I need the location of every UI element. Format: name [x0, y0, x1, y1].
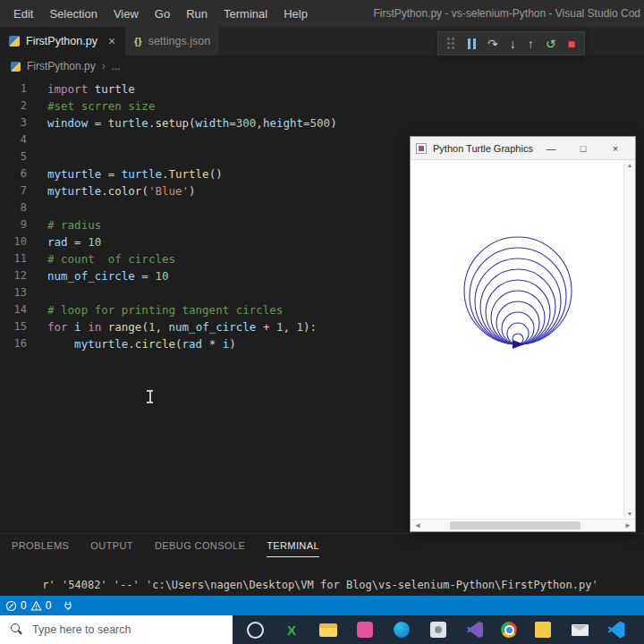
scroll-down-icon[interactable]: ▼	[627, 511, 633, 517]
line-number: 12	[0, 267, 27, 284]
scroll-up-icon[interactable]: ▲	[627, 162, 633, 168]
line-number: 4	[0, 131, 27, 148]
code-text: # count of circles	[47, 250, 175, 267]
line-number: 13	[0, 284, 27, 301]
code-text: myturtle.color('Blue')	[47, 182, 196, 199]
error-icon	[5, 600, 17, 612]
code-line-1[interactable]: 1import turtle	[0, 80, 644, 97]
excel-icon[interactable]: X	[281, 619, 302, 640]
turtle-horizontal-scrollbar[interactable]: ◄ ►	[411, 519, 635, 531]
edge-icon[interactable]	[391, 619, 412, 640]
error-count: 0	[21, 599, 27, 612]
code-text: for i in range(1, num_of_circle + 1, 1):	[47, 318, 317, 335]
stop-button[interactable]: ■	[567, 38, 574, 50]
python-file-icon	[11, 62, 21, 72]
panel-tab-output[interactable]: OUTPUT	[90, 534, 133, 557]
step-into-button[interactable]: ↓	[510, 38, 516, 50]
turtle-window-controls: —□×	[546, 143, 630, 154]
cortana-icon[interactable]	[244, 619, 266, 640]
restart-button[interactable]: ↺	[546, 38, 556, 50]
line-number: 8	[0, 199, 27, 216]
taskbar-search[interactable]	[0, 615, 233, 644]
line-number: 5	[0, 148, 27, 165]
turtle-vertical-scrollbar[interactable]: ▲ ▼	[623, 160, 635, 519]
tab-strip: FirstPython.py×{}settings.json	[0, 27, 220, 55]
menu-edit[interactable]: Edit	[5, 7, 41, 21]
close-button[interactable]: ×	[610, 143, 621, 154]
line-number: 15	[0, 318, 27, 335]
bottom-panel: PROBLEMSOUTPUTDEBUG CONSOLETERMINAL r' '…	[0, 533, 644, 596]
menu-bar: EditSelectionViewGoRunTerminalHelp	[5, 7, 316, 21]
visual-studio-icon[interactable]	[464, 619, 486, 640]
line-number: 6	[0, 165, 27, 182]
taskbar-search-input[interactable]	[0, 615, 233, 644]
menu-selection[interactable]: Selection	[41, 7, 105, 21]
code-text: # radius	[47, 216, 101, 233]
restart-icon: ↺	[546, 38, 556, 50]
turtle-window-title: Python Turtle Graphics	[433, 143, 533, 154]
close-icon[interactable]: ×	[108, 34, 115, 48]
tab-label: settings.json	[148, 35, 210, 47]
code-text: myturtle.circle(rad * i)	[47, 335, 236, 352]
menu-go[interactable]: Go	[147, 7, 178, 21]
step-over-button[interactable]: ↷	[487, 38, 498, 50]
line-number: 7	[0, 182, 27, 199]
menu-run[interactable]: Run	[178, 7, 216, 21]
file-explorer-icon[interactable]	[318, 619, 339, 640]
turtle-canvas-area: ▲ ▼	[411, 160, 635, 519]
turtle-window-titlebar[interactable]: Python Turtle Graphics —□×	[411, 137, 635, 160]
step-over-icon: ↷	[487, 38, 498, 50]
breadcrumb-more[interactable]: ...	[112, 60, 121, 72]
sticky-notes-icon[interactable]	[532, 619, 554, 640]
breadcrumb-separator-icon: ›	[102, 60, 106, 72]
code-text: #set scrren size	[47, 97, 155, 114]
code-text: import turtle	[47, 80, 135, 97]
code-text: myturtle = turtle.Turtle()	[47, 165, 223, 182]
python-file-icon	[9, 36, 20, 47]
line-number: 9	[0, 216, 27, 233]
json-file-icon: {}	[134, 36, 142, 47]
window-title: FirstPython.py - vs-selenium-Python - Vi…	[373, 7, 640, 20]
step-into-icon: ↓	[510, 38, 516, 50]
maximize-button[interactable]: □	[578, 143, 589, 154]
tk-app-icon	[416, 143, 427, 154]
pause-button[interactable]	[468, 38, 476, 49]
breadcrumb-file[interactable]: FirstPython.py	[27, 60, 96, 72]
chrome-icon[interactable]	[501, 622, 517, 638]
panel-tab-terminal[interactable]: TERMINAL	[267, 534, 319, 557]
menu-view[interactable]: View	[106, 7, 147, 21]
scrollbar-thumb[interactable]	[450, 521, 580, 530]
turtle-canvas	[411, 160, 623, 519]
drag-handle-icon[interactable]	[447, 38, 454, 49]
search-icon	[11, 623, 21, 635]
minimize-button[interactable]: —	[546, 143, 556, 154]
code-text: num_of_circle = 10	[47, 267, 168, 284]
code-line-3[interactable]: 3window = turtle.setup(width=300,height=…	[0, 114, 644, 131]
photos-icon[interactable]	[354, 619, 376, 640]
turtle-circle	[502, 312, 534, 344]
panel-tab-problems[interactable]: PROBLEMS	[12, 534, 69, 557]
turtle-circle	[470, 248, 566, 344]
mouse-text-cursor	[146, 390, 154, 403]
media-player-icon[interactable]	[428, 619, 449, 640]
debug-toolbar: ↷↓↑↺■	[437, 31, 585, 55]
vscode-window: EditSelectionViewGoRunTerminalHelp First…	[0, 0, 644, 644]
tab-FirstPython.py[interactable]: FirstPython.py×	[0, 27, 125, 55]
stop-icon: ■	[567, 38, 574, 50]
step-out-button[interactable]: ↑	[528, 38, 534, 50]
tab-settings.json[interactable]: {}settings.json	[125, 27, 220, 55]
mail-icon[interactable]	[569, 619, 590, 640]
tab-label: FirstPython.py	[26, 35, 97, 47]
vscode-icon[interactable]	[606, 619, 627, 640]
warning-icon	[30, 600, 42, 612]
scroll-left-icon[interactable]: ◄	[414, 521, 421, 530]
menu-terminal[interactable]: Terminal	[216, 7, 275, 21]
breadcrumb[interactable]: FirstPython.py › ...	[0, 55, 644, 77]
scroll-right-icon[interactable]: ►	[624, 521, 631, 530]
code-line-2[interactable]: 2#set scrren size	[0, 97, 644, 114]
line-number: 11	[0, 250, 27, 267]
problems-status[interactable]: 0 0	[5, 599, 51, 612]
menu-help[interactable]: Help	[275, 7, 316, 21]
panel-tab-debug-console[interactable]: DEBUG CONSOLE	[155, 534, 245, 557]
ports-plug-icon[interactable]	[63, 600, 73, 611]
